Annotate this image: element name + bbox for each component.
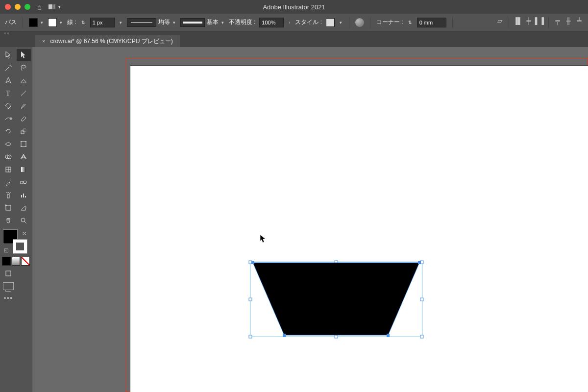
anchor-point[interactable]: [418, 261, 421, 264]
scale-tool[interactable]: [17, 125, 31, 137]
corner-radius-input[interactable]: [417, 18, 446, 27]
zoom-tool[interactable]: [17, 215, 31, 226]
graphic-style-swatch[interactable]: [326, 18, 335, 27]
selected-path[interactable]: [250, 262, 422, 337]
stroke-profile-preview: [127, 18, 156, 27]
color-mode-gradient[interactable]: [12, 257, 21, 266]
default-fill-stroke-icon[interactable]: ◱: [4, 247, 8, 253]
fill-swatch[interactable]: [29, 18, 38, 27]
column-graph-tool[interactable]: [17, 189, 31, 201]
anchor-point[interactable]: [251, 261, 254, 264]
artboard[interactable]: [130, 66, 588, 392]
anchor-point[interactable]: [387, 334, 390, 337]
brush-preview: [180, 18, 205, 27]
svg-text:T: T: [6, 90, 10, 97]
symbol-sprayer-tool[interactable]: [1, 189, 16, 201]
anchor-point[interactable]: [283, 334, 286, 337]
chevron-down-icon[interactable]: ▾: [60, 20, 62, 25]
lasso-tool[interactable]: [17, 62, 31, 74]
document-tab[interactable]: × crown.ai* @ 67.56 % (CMYK/CPU プレビュー): [35, 35, 180, 47]
align-bottom-icon[interactable]: ╧: [575, 17, 583, 25]
align-tools: ▱ ▐▌ ╪ ▌▐ ╤ ╫ ╧: [496, 17, 583, 28]
recolor-artwork-icon[interactable]: [355, 18, 364, 27]
rectangle-tool[interactable]: [1, 100, 16, 112]
stepper-icon[interactable]: ⇅: [408, 20, 412, 25]
direct-selection-tool[interactable]: [17, 49, 31, 61]
svg-rect-17: [21, 167, 26, 172]
fill-stroke-indicator[interactable]: ⤭ ◱: [3, 229, 27, 254]
document-tab-bar: × crown.ai* @ 67.56 % (CMYK/CPU プレビュー): [0, 35, 588, 47]
gradient-tool[interactable]: [17, 164, 31, 175]
document-tab-title: crown.ai* @ 67.56 % (CMYK/CPU プレビュー): [50, 37, 172, 46]
stroke-label: 線 :: [67, 18, 76, 26]
workspace-layout-menu[interactable]: ▾: [49, 4, 61, 9]
line-tool[interactable]: [17, 87, 31, 99]
perspective-grid-tool[interactable]: [17, 151, 31, 163]
window-minimize-button[interactable]: [15, 4, 21, 10]
free-transform-tool[interactable]: [17, 138, 31, 150]
brush-group[interactable]: 基本 ▾: [180, 18, 225, 27]
svg-rect-25: [25, 196, 26, 197]
svg-rect-18: [21, 181, 23, 184]
brush-label: 基本: [207, 18, 219, 26]
artboard-tool[interactable]: [1, 202, 16, 214]
window-controls: [5, 4, 30, 10]
type-tool[interactable]: T: [1, 87, 16, 99]
cursor-icon: [260, 234, 267, 245]
align-top-icon[interactable]: ╤: [554, 17, 562, 25]
align-center-h-icon[interactable]: ╪: [525, 17, 533, 25]
eraser-tool[interactable]: [17, 113, 31, 124]
selection-tool[interactable]: [1, 49, 16, 61]
canvas[interactable]: [32, 47, 588, 392]
slice-tool[interactable]: [17, 202, 31, 214]
close-tab-icon[interactable]: ×: [42, 38, 45, 44]
chevron-down-icon[interactable]: ▾: [221, 20, 224, 25]
shape-builder-tool[interactable]: [1, 151, 16, 163]
chevron-down-icon[interactable]: ▾: [41, 20, 43, 25]
shaper-tool[interactable]: [1, 113, 16, 124]
chevron-right-icon[interactable]: ›: [289, 20, 290, 25]
rotate-tool[interactable]: [1, 125, 16, 137]
home-icon[interactable]: ⌂: [37, 3, 42, 11]
svg-point-21: [6, 192, 7, 193]
stroke-swatch[interactable]: [48, 18, 57, 27]
blend-tool[interactable]: [17, 176, 31, 188]
isolate-icon[interactable]: ▱: [496, 17, 504, 25]
align-right-icon[interactable]: ▌▐: [536, 17, 543, 25]
mesh-tool[interactable]: [1, 164, 16, 175]
style-label: スタイル :: [295, 18, 322, 26]
edit-toolbar-icon[interactable]: •••: [0, 292, 32, 305]
stroke-indicator[interactable]: [13, 239, 27, 254]
screen-mode-icon[interactable]: [3, 282, 14, 290]
chevron-down-icon[interactable]: ▾: [173, 20, 175, 25]
width-tool[interactable]: [1, 138, 16, 150]
opacity-label: 不透明度 :: [229, 18, 256, 26]
paintbrush-tool[interactable]: [17, 100, 31, 112]
color-mode-solid[interactable]: [2, 257, 11, 266]
draw-mode-normal[interactable]: [1, 268, 16, 279]
stroke-swatch-group[interactable]: ▾: [48, 18, 63, 27]
chevron-down-icon[interactable]: ▾: [340, 20, 342, 25]
hand-tool[interactable]: [1, 215, 16, 226]
curvature-tool[interactable]: [17, 74, 31, 86]
window-close-button[interactable]: [5, 4, 11, 10]
eyedropper-tool[interactable]: [1, 176, 16, 188]
window-maximize-button[interactable]: [24, 4, 30, 10]
stepper-icon[interactable]: ⇅: [81, 20, 85, 25]
fill-swatch-group[interactable]: ▾: [29, 18, 44, 27]
stroke-profile-group[interactable]: 均等 ▾: [127, 18, 176, 27]
stroke-width-input[interactable]: [90, 18, 115, 27]
panel-handle[interactable]: ««: [0, 31, 588, 35]
magic-wand-tool[interactable]: [1, 62, 16, 74]
align-center-v-icon[interactable]: ╫: [564, 17, 572, 25]
align-left-icon[interactable]: ▐▌: [514, 17, 522, 25]
color-mode-none[interactable]: [21, 257, 30, 266]
app-title: Adobe Illustrator 2021: [263, 3, 325, 11]
svg-rect-23: [21, 195, 22, 197]
svg-point-11: [25, 146, 26, 147]
swap-fill-stroke-icon[interactable]: ⤭: [22, 230, 26, 237]
chevron-down-icon[interactable]: ▾: [120, 20, 122, 25]
main-area: T: [0, 47, 588, 392]
pen-tool[interactable]: [1, 74, 16, 86]
opacity-input[interactable]: [259, 18, 284, 27]
